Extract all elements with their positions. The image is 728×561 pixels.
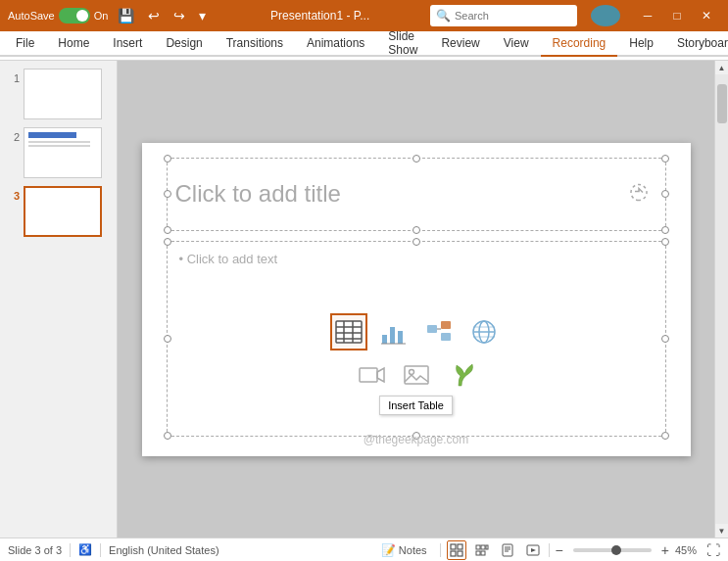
insert-video-icon[interactable]	[353, 356, 390, 394]
svg-rect-27	[486, 545, 488, 549]
slide-num-3: 3	[6, 190, 20, 202]
zoom-minus-button[interactable]: −	[556, 542, 563, 558]
zoom-slider[interactable]	[573, 548, 652, 552]
svg-rect-28	[476, 551, 480, 555]
title-bar-icons: 💾 ↩ ↪ ▾	[114, 6, 210, 25]
content-placeholder[interactable]: • Click to add text	[167, 241, 666, 437]
slide-thumbnail-1[interactable]	[24, 69, 102, 119]
tab-file[interactable]: File	[4, 31, 46, 57]
tab-slideshow[interactable]: Slide Show	[376, 31, 429, 57]
scroll-track[interactable]	[715, 74, 729, 524]
minimize-button[interactable]: ─	[634, 5, 661, 26]
tab-recording[interactable]: Recording	[541, 31, 618, 57]
notes-button[interactable]: 📝 Notes	[374, 542, 434, 558]
slide2-line-2	[28, 145, 90, 147]
status-bar: Slide 3 of 3 ♿ English (United States) 📝…	[0, 538, 728, 561]
svg-rect-12	[441, 333, 451, 341]
autosave-toggle[interactable]	[59, 8, 90, 23]
window-title: Presentation1 - P...	[216, 9, 424, 23]
title-bar: AutoSave On 💾 ↩ ↪ ▾ Presentation1 - P...…	[0, 0, 728, 31]
scroll-down-arrow[interactable]: ▼	[715, 524, 729, 538]
svg-rect-6	[382, 335, 387, 344]
title-bar-left: AutoSave On	[8, 8, 108, 23]
restore-button[interactable]: □	[663, 5, 691, 26]
svg-rect-22	[458, 544, 462, 549]
slide-num-1: 1	[6, 72, 20, 84]
autosave-knob	[76, 10, 88, 22]
scroll-up-arrow[interactable]: ▲	[715, 61, 729, 74]
title-placeholder-text: Click to add title	[175, 180, 341, 208]
insert-icons-icon[interactable]	[443, 356, 480, 394]
normal-view-button[interactable]	[447, 540, 466, 560]
insert-table-icon[interactable]	[330, 313, 367, 351]
search-input[interactable]	[455, 10, 571, 22]
content-handle-tr	[661, 238, 669, 246]
redo-icon[interactable]: ↪	[170, 6, 189, 25]
language-text: English (United States)	[109, 544, 219, 556]
tab-design[interactable]: Design	[154, 31, 214, 57]
content-handle-mr	[661, 335, 669, 343]
window-controls: ─ □ ✕	[634, 5, 720, 26]
handle-mr	[661, 190, 669, 198]
slide-canvas[interactable]: Click to add title	[142, 143, 691, 456]
slide-thumb-2[interactable]: 2	[6, 127, 111, 178]
title-placeholder[interactable]: Click to add title	[167, 158, 666, 231]
insert-smartart-icon[interactable]	[420, 313, 458, 351]
insert-picture-icon[interactable]	[398, 356, 435, 394]
svg-rect-8	[398, 331, 403, 344]
status-separator-1	[70, 543, 71, 557]
tab-help[interactable]: Help	[617, 31, 665, 57]
tab-review[interactable]: Review	[429, 31, 491, 57]
undo-icon[interactable]: ↩	[144, 6, 164, 25]
svg-point-20	[409, 369, 413, 374]
scroll-thumb[interactable]	[717, 84, 727, 123]
svg-rect-11	[441, 321, 451, 329]
handle-br	[661, 226, 669, 234]
insert-icons-row2	[353, 356, 480, 394]
status-left: Slide 3 of 3 ♿ English (United States)	[8, 543, 366, 557]
main-area: 1 2 3 Click to add title	[0, 61, 728, 538]
zoom-thumb[interactable]	[611, 545, 621, 555]
svg-rect-29	[481, 551, 485, 555]
slide-thumbnail-3[interactable]	[24, 186, 102, 237]
slide-panel: 1 2 3	[0, 61, 118, 538]
insert-chart-icon[interactable]	[375, 313, 413, 351]
tab-insert[interactable]: Insert	[101, 31, 154, 57]
handle-bl	[164, 226, 171, 234]
ribbon-tabs: File Home Insert Design Transitions Anim…	[0, 31, 728, 57]
slide-count-text: Slide 3 of 3	[8, 544, 62, 556]
content-handle-tm	[413, 238, 420, 246]
handle-tr	[661, 155, 669, 163]
customize-icon[interactable]: ▾	[195, 6, 210, 25]
status-right: 📝 Notes	[374, 540, 720, 560]
insert-online-icon[interactable]	[465, 313, 503, 351]
svg-rect-24	[458, 551, 462, 556]
save-icon[interactable]: 💾	[114, 6, 138, 25]
right-scrollbar[interactable]: ▲ ▼	[714, 61, 728, 538]
zoom-level-text: 45%	[675, 544, 697, 556]
slide-thumbnail-2[interactable]	[24, 127, 102, 178]
tab-storyboard[interactable]: Storyboardir...	[665, 31, 728, 57]
slide-sorter-button[interactable]	[472, 540, 492, 560]
slide-thumb-1[interactable]: 1	[6, 69, 111, 119]
accessibility-icon[interactable]: ♿	[78, 543, 92, 556]
close-button[interactable]: ✕	[693, 5, 720, 26]
notes-icon: 📝	[381, 543, 396, 557]
reading-view-button[interactable]	[498, 540, 517, 560]
svg-rect-30	[503, 544, 512, 556]
slide2-line-1	[28, 141, 90, 143]
search-box[interactable]: 🔍	[430, 5, 577, 26]
tab-animations[interactable]: Animations	[295, 31, 376, 57]
tab-transitions[interactable]: Transitions	[215, 31, 295, 57]
svg-rect-19	[405, 366, 428, 384]
tab-view[interactable]: View	[492, 31, 541, 57]
zoom-plus-button[interactable]: +	[661, 542, 669, 558]
tab-home[interactable]: Home	[46, 31, 101, 57]
animate-icon	[627, 181, 651, 208]
handle-tm	[413, 155, 420, 163]
slideshow-view-button[interactable]	[523, 540, 543, 560]
slide-thumb-3[interactable]: 3	[6, 186, 111, 237]
fit-window-button[interactable]: ⛶	[706, 542, 720, 558]
status-separator-4	[549, 543, 550, 557]
user-avatar[interactable]	[591, 5, 620, 26]
